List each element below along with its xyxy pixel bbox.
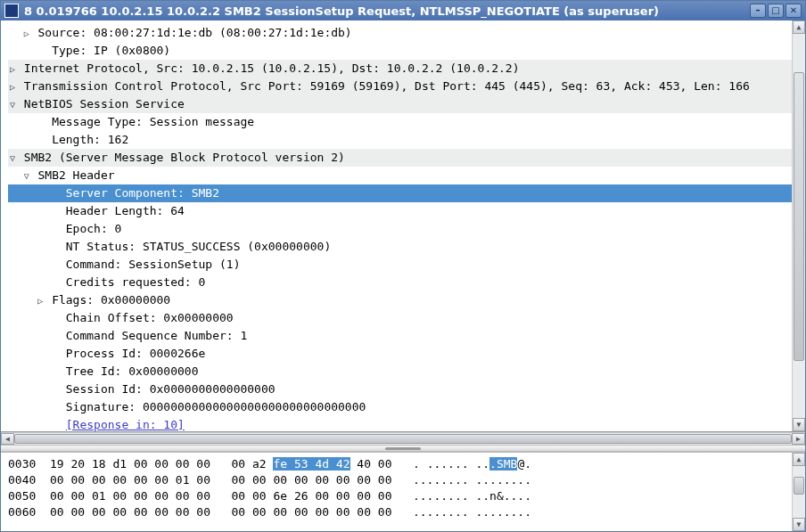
tree-row-label: Length: 162 xyxy=(52,133,128,146)
tree-row[interactable]: Credits requested: 0 xyxy=(8,274,792,291)
maximize-button[interactable]: □ xyxy=(768,4,784,18)
no-expander-icon xyxy=(36,43,45,60)
hex-scroll-track[interactable] xyxy=(793,466,805,518)
scroll-down-button[interactable]: ▼ xyxy=(793,418,805,431)
tree-row[interactable]: Process Id: 0000266e xyxy=(8,345,792,363)
scroll-track[interactable] xyxy=(793,34,805,418)
hex-line[interactable]: 0050 00 00 01 00 00 00 00 00 00 00 6e 26… xyxy=(8,488,792,504)
hex-bytes-col2-pre: 00 a2 xyxy=(231,457,273,471)
tree-row-label: Type: IP (0x0800) xyxy=(52,44,170,57)
tree-row[interactable]: NT Status: STATUS_SUCCESS (0x00000000) xyxy=(8,238,792,256)
tree-row[interactable]: ▷ Source: 08:00:27:1d:1e:db (08:00:27:1d… xyxy=(8,24,792,42)
tree-row[interactable]: Header Length: 64 xyxy=(8,202,792,220)
hex-ascii-pre: ........ ........ xyxy=(413,473,531,487)
tree-row[interactable]: Type: IP (0x0800) xyxy=(8,42,792,60)
no-expander-icon xyxy=(50,185,59,202)
tree-row-label: Signature: 00000000000000000000000000000… xyxy=(66,400,366,413)
tree-row[interactable]: ▽ SMB2 Header xyxy=(8,167,792,184)
tree-row-label: Command Sequence Number: 1 xyxy=(66,329,248,342)
hex-bytes-col2-post: 40 00 xyxy=(350,457,392,471)
no-expander-icon xyxy=(50,310,59,327)
tree-row[interactable]: Chain Offset: 0x00000000 xyxy=(8,309,792,327)
window-title: 8 0.019766 10.0.2.15 10.0.2.2 SMB2 Sessi… xyxy=(24,4,748,18)
hex-bytes-col1: 00 00 00 00 00 00 00 00 xyxy=(50,505,210,519)
tree-row[interactable]: Command Sequence Number: 1 xyxy=(8,327,792,345)
tree-row[interactable]: Session Id: 0x0000000000000000 xyxy=(8,381,792,398)
tree-row-label: Tree Id: 0x00000000 xyxy=(66,364,199,378)
collapse-icon[interactable]: ▽ xyxy=(8,96,17,113)
hex-pane: 0030 19 20 18 d1 00 00 00 00 00 a2 fe 53… xyxy=(1,452,805,531)
hex-scroll-down-button[interactable]: ▼ xyxy=(793,518,805,531)
vertical-scrollbar[interactable]: ▲ ▼ xyxy=(792,20,805,431)
no-expander-icon xyxy=(50,399,59,416)
tree-row[interactable]: Server Component: SMB2 xyxy=(8,184,792,202)
hex-ascii-pre: ........ ........ xyxy=(413,505,531,519)
hex-bytes-highlight: fe 53 4d 42 xyxy=(273,457,350,471)
no-expander-icon xyxy=(50,328,59,345)
hex-ascii-pre: . ...... .. xyxy=(413,457,489,471)
expand-icon[interactable]: ▷ xyxy=(8,78,17,95)
tree-row-label: Transmission Control Protocol, Src Port:… xyxy=(24,79,750,93)
hex-line[interactable]: 0040 00 00 00 00 00 00 01 00 00 00 00 00… xyxy=(8,472,792,488)
tree-row[interactable]: ▷ Internet Protocol, Src: 10.0.2.15 (10.… xyxy=(8,60,792,78)
content-area: ▷ Source: 08:00:27:1d:1e:db (08:00:27:1d… xyxy=(1,20,805,531)
tree-row-label: Process Id: 0000266e xyxy=(66,347,206,360)
scroll-up-button[interactable]: ▲ xyxy=(793,20,805,34)
tree-row-label: Source: 08:00:27:1d:1e:db (08:00:27:1d:1… xyxy=(37,26,351,39)
hex-dump[interactable]: 0030 19 20 18 d1 00 00 00 00 00 a2 fe 53… xyxy=(1,453,792,531)
hex-bytes-col2-pre: 00 00 00 00 00 00 00 00 xyxy=(231,473,391,487)
no-expander-icon xyxy=(50,274,59,291)
tree-row[interactable]: Command: SessionSetup (1) xyxy=(8,256,792,274)
no-expander-icon xyxy=(50,239,59,256)
hex-bytes-col1: 00 00 01 00 00 00 00 00 xyxy=(50,489,210,503)
hex-bytes-col2-pre: 00 00 6e 26 00 00 00 00 xyxy=(231,489,391,503)
hex-ascii-pre: ........ ..n&.... xyxy=(413,489,531,503)
no-expander-icon xyxy=(50,381,59,398)
tree-row[interactable]: ▽ NetBIOS Session Service xyxy=(8,95,792,113)
scroll-thumb[interactable] xyxy=(794,72,804,360)
packet-detail-window: 8 0.019766 10.0.2.15 10.0.2.2 SMB2 Sessi… xyxy=(0,0,806,532)
packet-tree[interactable]: ▷ Source: 08:00:27:1d:1e:db (08:00:27:1d… xyxy=(1,20,792,431)
no-expander-icon xyxy=(50,221,59,238)
tree-row-label: Command: SessionSetup (1) xyxy=(66,258,241,271)
tree-row-label: Flags: 0x00000000 xyxy=(52,293,170,307)
hex-scroll-thumb[interactable] xyxy=(794,477,804,495)
tree-row-label: Server Component: SMB2 xyxy=(66,186,219,200)
tree-horizontal-scrollbar[interactable]: ◀ ▶ xyxy=(1,432,805,445)
scroll-left-button[interactable]: ◀ xyxy=(1,433,14,445)
titlebar[interactable]: 8 0.019766 10.0.2.15 10.0.2.2 SMB2 Sessi… xyxy=(1,1,805,20)
hex-offset: 0030 xyxy=(8,457,36,471)
tree-row[interactable]: Length: 162 xyxy=(8,131,792,149)
no-expander-icon xyxy=(50,203,59,220)
collapse-icon[interactable]: ▽ xyxy=(8,150,17,167)
tree-row-label: Chain Offset: 0x00000000 xyxy=(66,311,234,324)
tree-row[interactable]: [Response in: 10] xyxy=(8,416,792,431)
hscroll-thumb[interactable] xyxy=(14,434,792,444)
packet-tree-pane: ▷ Source: 08:00:27:1d:1e:db (08:00:27:1d… xyxy=(1,20,805,432)
tree-row[interactable]: ▷ Transmission Control Protocol, Src Por… xyxy=(8,78,792,95)
close-button[interactable]: ✕ xyxy=(785,4,802,18)
tree-row[interactable]: ▷ Flags: 0x00000000 xyxy=(8,291,792,309)
hex-bytes-col1: 00 00 00 00 00 00 01 00 xyxy=(50,473,210,487)
tree-row[interactable]: ▽ SMB2 (Server Message Block Protocol ve… xyxy=(8,149,792,167)
expand-icon[interactable]: ▷ xyxy=(36,292,45,309)
tree-row[interactable]: Signature: 00000000000000000000000000000… xyxy=(8,398,792,416)
hscroll-track[interactable] xyxy=(14,433,792,445)
tree-row[interactable]: Tree Id: 0x00000000 xyxy=(8,363,792,381)
expand-icon[interactable]: ▷ xyxy=(8,61,17,78)
no-expander-icon xyxy=(50,417,59,431)
expand-icon[interactable]: ▷ xyxy=(22,25,31,42)
pane-splitter[interactable] xyxy=(1,445,805,452)
scroll-right-button[interactable]: ▶ xyxy=(792,433,805,445)
hex-line[interactable]: 0060 00 00 00 00 00 00 00 00 00 00 00 00… xyxy=(8,504,792,520)
hex-line[interactable]: 0030 19 20 18 d1 00 00 00 00 00 a2 fe 53… xyxy=(8,456,792,472)
collapse-icon[interactable]: ▽ xyxy=(22,168,31,184)
hex-scroll-up-button[interactable]: ▲ xyxy=(793,453,805,466)
tree-row[interactable]: Message Type: Session message xyxy=(8,113,792,131)
hex-offset: 0050 xyxy=(8,489,36,503)
tree-row-label: Internet Protocol, Src: 10.0.2.15 (10.0.… xyxy=(24,61,520,75)
minimize-button[interactable]: – xyxy=(750,4,766,18)
hex-vertical-scrollbar[interactable]: ▲ ▼ xyxy=(792,453,805,531)
tree-row-label: SMB2 Header xyxy=(37,168,114,182)
tree-row[interactable]: Epoch: 0 xyxy=(8,220,792,238)
